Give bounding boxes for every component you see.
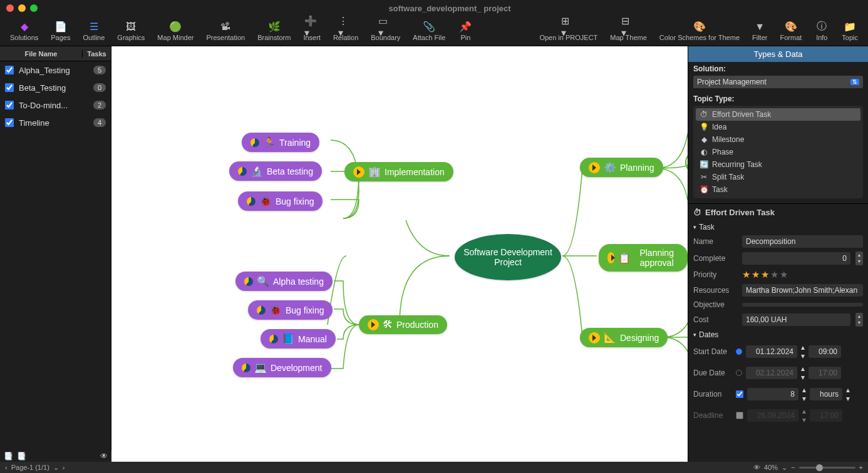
file-checkbox[interactable] bbox=[5, 118, 14, 127]
minimize-window-button[interactable] bbox=[18, 4, 26, 12]
solution-select[interactable]: Project Management ⇅ bbox=[693, 76, 863, 88]
tools-icon: 🛠 bbox=[383, 319, 393, 330]
page-dropdown-icon[interactable]: ⌄ bbox=[53, 464, 59, 472]
type-item-task[interactable]: ⏰ Task bbox=[696, 183, 860, 196]
toolbar-graphics[interactable]: 🖼Graphics bbox=[112, 20, 150, 43]
toolbar-open-in-project[interactable]: ⊞ ▾Open in PROJECT bbox=[534, 20, 602, 43]
prev-page-button[interactable]: ‹ bbox=[5, 464, 8, 471]
toolbar-label: Outline bbox=[83, 34, 105, 41]
toolbar-pages[interactable]: 📄Pages bbox=[46, 20, 75, 43]
task-count-badge: 0 bbox=[93, 83, 106, 92]
zoom-slider[interactable] bbox=[799, 467, 855, 469]
type-item-effort-driven-task[interactable]: ⏱ Effort Driven Task bbox=[696, 108, 860, 121]
toolbar-presentation[interactable]: 📽Presentation bbox=[201, 20, 250, 43]
complete-stepper[interactable]: ▴▾ bbox=[855, 252, 863, 265]
toolbar-map-minder[interactable]: 🟢Map Minder bbox=[152, 20, 199, 43]
toolbar-solutions[interactable]: ◆Solutions bbox=[5, 20, 43, 43]
eye-icon[interactable]: 👁 bbox=[100, 452, 108, 460]
toolbar-outline[interactable]: ☰Outline bbox=[78, 20, 110, 43]
cost-input[interactable]: 160,00 UAH bbox=[742, 313, 850, 326]
page-indicator[interactable]: Page-1 (1/1) bbox=[11, 464, 49, 471]
node-alpha-testing[interactable]: 🔍Alpha testing bbox=[235, 272, 333, 291]
file-row[interactable]: To-Do-mind... 2 bbox=[0, 96, 111, 114]
node-bug-fixing-2[interactable]: 🐞Bug fixing bbox=[248, 300, 333, 320]
maximize-window-button[interactable] bbox=[30, 4, 38, 12]
type-icon: 🔄 bbox=[700, 160, 708, 169]
node-beta-testing[interactable]: 🔬Beta testing bbox=[229, 161, 322, 181]
type-item-milestone[interactable]: ◆ Milestone bbox=[696, 133, 860, 146]
duration-input[interactable]: 8 bbox=[747, 388, 798, 400]
node-designing[interactable]: 📐Designing bbox=[580, 328, 668, 347]
file-checkbox[interactable] bbox=[5, 101, 14, 109]
objective-input[interactable] bbox=[742, 303, 863, 307]
node-label: Alpha testing bbox=[273, 277, 324, 287]
node-center[interactable]: Software Development Project bbox=[455, 234, 561, 280]
eye-icon[interactable]: 👁 bbox=[753, 464, 760, 471]
toolbar-boundary[interactable]: ▭ ▾Boundary bbox=[366, 20, 405, 43]
due-date-radio[interactable] bbox=[736, 370, 742, 376]
start-time-input[interactable]: 09:00 bbox=[809, 345, 841, 358]
due-date-stepper[interactable]: ▴▾ bbox=[801, 364, 805, 382]
file-row[interactable]: Alpha_Testing 5 bbox=[0, 61, 111, 79]
node-implementation[interactable]: 🏢Implementation bbox=[344, 162, 453, 181]
start-date-stepper[interactable]: ▴▾ bbox=[801, 343, 805, 360]
deadline-date-input[interactable]: 26.09.2024 bbox=[747, 409, 798, 422]
start-date-input[interactable]: 01.12.2024 bbox=[746, 345, 797, 358]
toolbar-filter[interactable]: ▼Filter bbox=[747, 20, 772, 43]
mindmap-canvas[interactable]: Software Development Project 🏢Implementa… bbox=[111, 46, 688, 462]
toolbar-format[interactable]: 🎨Format bbox=[775, 20, 807, 43]
toolbar-color-schemes-for-theme[interactable]: 🎨Color Schemes for Theme bbox=[654, 20, 745, 43]
toolbar-relation[interactable]: ⋮ ▾Relation bbox=[328, 20, 363, 43]
task-section-header[interactable]: Task bbox=[688, 221, 868, 233]
toolbar-pin[interactable]: 📌Pin bbox=[453, 20, 478, 43]
node-training[interactable]: 🏃Training bbox=[242, 133, 319, 152]
node-label: Bug fixing bbox=[286, 305, 324, 315]
node-planning[interactable]: ⚙️Planning bbox=[580, 158, 663, 177]
node-manual[interactable]: 📘Manual bbox=[261, 329, 336, 348]
deadline-checkbox[interactable] bbox=[736, 412, 743, 419]
zoom-dropdown-icon[interactable]: ⌄ bbox=[782, 464, 787, 472]
toolbar-attach-file[interactable]: 📎Attach File bbox=[408, 20, 450, 43]
due-date-input[interactable]: 02.12.2024 bbox=[746, 367, 797, 379]
deadline-time-input[interactable]: 17:00 bbox=[810, 409, 842, 422]
type-item-split-task[interactable]: ✂ Split Task bbox=[696, 171, 860, 183]
duration-stepper[interactable]: ▴▾ bbox=[802, 385, 806, 403]
priority-stars[interactable]: ★ ★ ★ ★ ★ bbox=[742, 269, 788, 280]
type-label: Task bbox=[712, 185, 728, 194]
type-item-idea[interactable]: 💡 Idea bbox=[696, 121, 860, 133]
duration-unit-stepper[interactable]: ▴▾ bbox=[846, 385, 850, 403]
file-row[interactable]: Timeline 4 bbox=[0, 114, 111, 131]
file-checkbox[interactable] bbox=[5, 83, 14, 92]
deadline-stepper[interactable]: ▴▾ bbox=[802, 407, 806, 424]
zoom-out-button[interactable]: − bbox=[791, 464, 795, 471]
file-checkbox[interactable] bbox=[5, 66, 14, 74]
toolbar-brainstorm[interactable]: 🌿Brainstorm bbox=[252, 20, 296, 43]
resources-input[interactable]: Martha Brown;John Smith;Alexan bbox=[742, 284, 863, 297]
cost-stepper[interactable]: ▴▾ bbox=[855, 313, 863, 327]
file-row[interactable]: Beta_Testing 0 bbox=[0, 79, 111, 96]
toolbar-label: Pin bbox=[460, 34, 470, 41]
type-item-phase[interactable]: ◐ Phase bbox=[696, 146, 860, 158]
zoom-in-button[interactable]: + bbox=[859, 464, 863, 471]
toolbar-info[interactable]: ⓘInfo bbox=[809, 20, 834, 43]
next-page-button[interactable]: › bbox=[63, 464, 65, 471]
toolbar-map-theme[interactable]: ⊟ ▾Map Theme bbox=[605, 20, 652, 43]
node-planning-approval[interactable]: 📋Planning approval bbox=[599, 244, 688, 272]
footer-icon[interactable]: 📑 bbox=[17, 452, 26, 460]
zoom-value: 40% bbox=[764, 464, 778, 471]
name-input[interactable]: Decomposition bbox=[742, 235, 863, 248]
toolbar-topic[interactable]: 📁Topic bbox=[837, 20, 863, 43]
toolbar-insert[interactable]: ➕ ▾Insert bbox=[298, 20, 326, 43]
node-development[interactable]: 💻Development bbox=[233, 358, 331, 377]
dates-section-header[interactable]: Dates bbox=[688, 328, 868, 341]
start-date-radio[interactable] bbox=[736, 348, 742, 355]
node-production[interactable]: 🛠Production bbox=[359, 315, 447, 334]
duration-checkbox[interactable] bbox=[736, 390, 743, 398]
complete-input[interactable]: 0 bbox=[742, 252, 850, 265]
duration-unit-select[interactable]: hours bbox=[810, 388, 842, 400]
type-item-recurring-task[interactable]: 🔄 Recurring Task bbox=[696, 158, 860, 171]
footer-icon[interactable]: 📑 bbox=[4, 452, 13, 460]
node-bug-fixing-1[interactable]: 🐞Bug fixing bbox=[238, 191, 323, 211]
due-time-input[interactable]: 17:00 bbox=[809, 367, 841, 379]
close-window-button[interactable] bbox=[6, 4, 14, 12]
